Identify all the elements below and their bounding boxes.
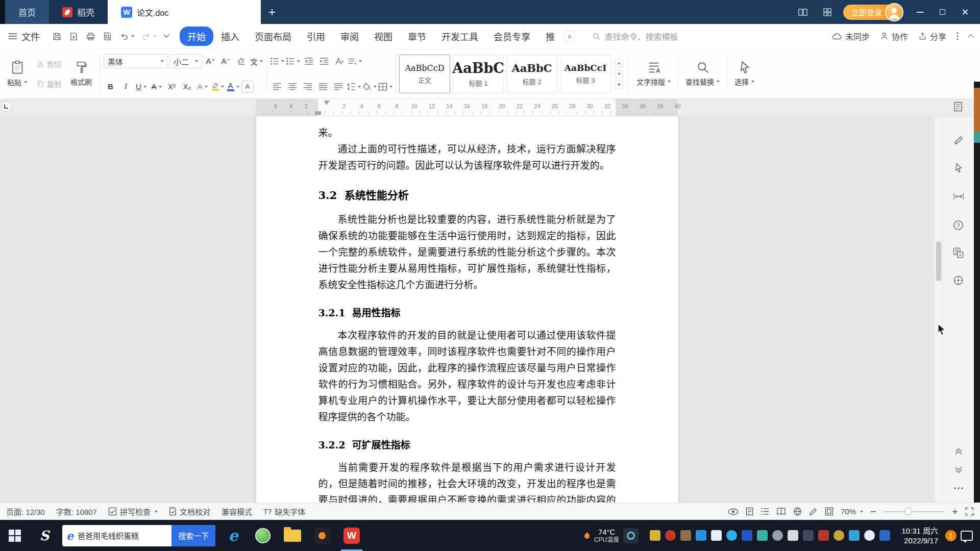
tray-icon[interactable] [650,530,660,541]
bullets-button[interactable] [270,54,284,68]
command-search[interactable]: 查找命令、搜索模板 [592,30,678,42]
style-normal[interactable]: AaBbCcD 正文 [399,55,450,93]
redo-button[interactable] [141,32,156,41]
styles-scroll-up-button[interactable] [615,59,623,67]
book-view-icon[interactable] [776,508,786,515]
decrease-indent-button[interactable] [302,54,315,68]
customize-quick-access-button[interactable] [163,34,169,38]
tab-review[interactable]: 审阅 [333,27,366,46]
tab-page-layout[interactable]: 页面布局 [247,27,299,46]
select-tool-icon[interactable] [950,159,967,177]
export-button[interactable] [69,32,79,41]
distribute-button[interactable] [331,80,345,93]
missing-font-button[interactable]: T? 缺失字体 [263,506,305,517]
tab-overflow-button[interactable]: » [565,31,575,41]
superscript-button[interactable]: X² [165,80,179,93]
login-button[interactable]: 立即登录 [843,5,901,20]
align-right-button[interactable] [301,80,314,93]
zoom-slider-handle[interactable] [904,508,912,515]
taskbar-sogou-icon[interactable]: S [30,520,59,551]
fullscreen-button[interactable] [965,507,974,516]
document-area[interactable]: 来。 通过上面的可行性描述，可以从经济，技术，运行方面解决程序开发是否可行的问题… [0,116,934,503]
highlight-color-button[interactable] [211,80,225,93]
tab-dev-tools[interactable]: 开发工具 [434,27,486,46]
reading-highlight-icon[interactable] [728,508,739,515]
tab-document[interactable]: W 论文.doc [108,0,261,24]
borders-button[interactable] [378,80,393,93]
text-layout-button[interactable]: 文字排版 [632,53,675,94]
tray-icon[interactable] [803,530,814,541]
italic-button[interactable]: I [119,80,133,93]
zoom-out-button[interactable] [870,509,876,515]
titlebar-drag-area[interactable] [283,0,794,24]
format-painter-button[interactable]: 格式刷 [66,53,96,94]
save-button[interactable] [52,32,62,41]
tab-view[interactable]: 视图 [366,27,400,46]
pinyin-guide-button[interactable]: 文 [250,55,263,68]
zoom-slider[interactable] [884,511,945,512]
tab-recommend[interactable]: 推 [538,27,562,46]
taskbar-explorer-icon[interactable] [278,520,307,551]
tray-icon[interactable] [788,530,798,541]
numbering-button[interactable] [286,54,300,68]
word-count[interactable]: 字数: 10807 [56,506,97,517]
start-button[interactable] [0,520,30,551]
zoom-100-button[interactable] [825,507,834,516]
taskbar-game-icon[interactable] [307,520,337,551]
taskbar-clock[interactable]: 10:31 周六 2022/9/17 [896,526,943,545]
input-method-icon[interactable] [879,530,890,541]
sync-status-button[interactable]: 未同步 [832,30,870,42]
taskbar-browser-icon[interactable] [248,520,278,551]
tray-icon[interactable] [680,530,691,541]
avatar[interactable] [885,3,903,21]
smart-format-button[interactable] [332,54,346,68]
tab-stop-selector[interactable] [1,102,11,112]
justify-button[interactable] [316,80,330,93]
taskbar-ie-icon[interactable]: e [218,520,248,551]
bold-button[interactable]: B [104,80,117,93]
fit-width-icon[interactable] [950,188,967,205]
zoom-level[interactable]: 70% [841,507,863,516]
cpu-temperature-widget[interactable]: 74°C CPU温度 [579,528,644,544]
text-effects-button[interactable]: A [195,80,209,93]
more-menu-button[interactable] [957,32,959,40]
font-color-button[interactable]: A [226,80,240,93]
subscript-button[interactable]: X₂ [180,80,194,93]
taskbar-search-box[interactable]: e 爸爸用毛线织蛋糕 搜索一下 [62,525,215,546]
volume-icon[interactable] [864,530,875,541]
ink-view-icon[interactable] [809,507,818,516]
proofread-button[interactable]: 文档校对 [169,506,210,517]
tray-icon[interactable] [818,530,829,541]
tab-start[interactable]: 开始 [180,27,213,46]
ruler[interactable]: 642246810121416182022242628303234363840 [0,99,980,116]
grow-font-button[interactable]: A⁺ [204,55,217,68]
notification-badge[interactable]: 1 [945,530,957,541]
line-spacing-button[interactable] [347,80,361,93]
underline-button[interactable]: U [134,80,148,93]
share-button[interactable]: 分享 [918,30,946,42]
navigation-pane-icon[interactable] [950,271,967,289]
tray-icon[interactable] [665,530,676,541]
taskbar-search-button[interactable]: 搜索一下 [172,525,215,546]
align-center-button[interactable] [285,80,299,93]
wifi-icon[interactable] [772,530,783,541]
print-preview-button[interactable] [103,32,112,41]
style-heading-1[interactable]: AaBbC 标题 1 [453,55,504,93]
page-indicator[interactable]: 页面: 12/30 [6,506,45,517]
select-button[interactable]: 选择 [730,53,758,94]
text-direction-button[interactable] [348,54,362,68]
first-line-indent-marker[interactable] [324,101,330,105]
style-heading-3[interactable]: AaBbCcI 标题 3 [560,55,611,93]
clear-format-button[interactable] [234,55,248,68]
font-name-select[interactable]: 黑体 [104,54,168,68]
minimize-button[interactable] [909,0,931,24]
document-page[interactable]: 来。 通过上面的可行性描述，可以从经济，技术，运行方面解决程序开发是否可行的问题… [256,116,678,503]
tray-icon[interactable] [711,530,722,541]
tray-icon[interactable] [849,530,860,541]
more-tools-button[interactable] [950,480,967,497]
tab-member[interactable]: 会员专享 [486,27,538,46]
char-border-button[interactable]: A [241,81,254,93]
find-replace-button[interactable]: 查找替换 [681,53,724,94]
shading-button[interactable] [362,80,377,93]
cut-button[interactable]: 剪切 [33,58,64,70]
